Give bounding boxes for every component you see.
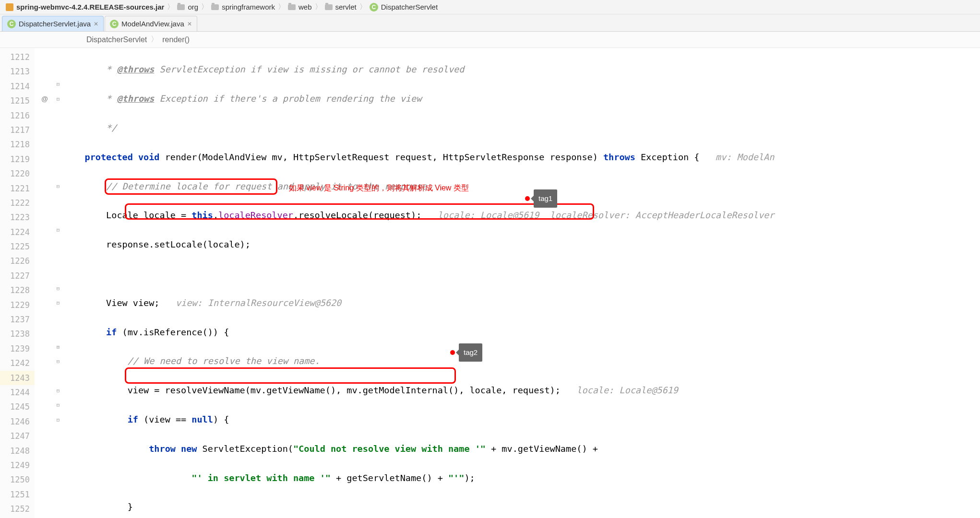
line-number[interactable]: 1237 <box>0 312 35 327</box>
line-number[interactable]: 1219 <box>0 152 35 166</box>
line-number[interactable]: 1215 <box>0 94 35 108</box>
breadcrumb-item-class[interactable]: C DispatcherServlet <box>368 3 440 12</box>
code-line: // We need to resolve the view name. <box>63 354 980 368</box>
fold-icon[interactable]: ⊞ <box>55 340 61 354</box>
code-line: } <box>63 500 980 514</box>
fold-icon[interactable]: ⊟ <box>55 354 61 368</box>
fold-icon[interactable]: ⊟ <box>55 223 61 237</box>
line-number[interactable]: 1221 <box>0 181 35 196</box>
line-number[interactable]: 1212 <box>0 50 35 64</box>
chevron-right-icon: 〉 <box>151 35 158 45</box>
tag-badge: tag2 <box>450 343 482 362</box>
folder-icon <box>288 4 296 10</box>
breadcrumb-item-springframework[interactable]: springframework <box>209 3 277 11</box>
line-number[interactable]: 1249 <box>0 458 35 472</box>
class-icon: C <box>370 3 378 12</box>
code-line: throw new ServletException("Could not re… <box>63 442 980 456</box>
line-number[interactable]: 1213 <box>0 64 35 79</box>
debug-hint: view: InternalResourceView@5620 <box>160 298 342 308</box>
breadcrumb-bar: spring-webmvc-4.2.4.RELEASE-sources.jar … <box>0 0 980 14</box>
chevron-right-icon: 〉 <box>315 2 322 12</box>
context-class[interactable]: DispatcherServlet <box>86 35 147 44</box>
tag-dot-icon <box>450 350 455 355</box>
code-line: view = resolveViewName(mv.getViewName(),… <box>63 383 980 398</box>
folder-icon <box>211 4 219 10</box>
breadcrumb-item-jar[interactable]: spring-webmvc-4.2.4.RELEASE-sources.jar <box>4 3 166 11</box>
context-method[interactable]: render() <box>162 35 190 44</box>
code-line: response.setLocale(locale); <box>63 237 980 252</box>
line-number[interactable]: 1250 <box>0 472 35 487</box>
code-editor[interactable]: * @throws ServletException if view is mi… <box>63 48 980 518</box>
fold-icon[interactable]: ⊟ <box>55 398 61 412</box>
fold-icon[interactable]: ⊟ <box>55 296 61 310</box>
fold-icon[interactable]: ⊟ <box>55 92 61 106</box>
code-line: * @throws ServletException if view is mi… <box>63 62 980 77</box>
code-line: View view; view: InternalResourceView@56… <box>63 296 980 310</box>
line-number[interactable]: 1239 <box>0 341 35 356</box>
code-line: // Determine locale for request and appl… <box>63 179 980 194</box>
line-number[interactable]: 1243 <box>0 371 35 385</box>
line-number[interactable]: 1248 <box>0 444 35 458</box>
tag-badge: tag1 <box>525 189 557 208</box>
line-number[interactable]: 1242 <box>0 356 35 370</box>
tab-model-and-view[interactable]: C ModelAndView.java ✕ <box>105 16 197 31</box>
fold-icon[interactable]: ⊟ <box>55 412 61 427</box>
debug-hint: mv: ModelAn <box>699 152 774 162</box>
code-line: * @throws Exception if there's a problem… <box>63 92 980 106</box>
code-line <box>63 267 980 281</box>
folder-icon <box>177 4 185 10</box>
folder-icon <box>325 4 333 10</box>
chevron-right-icon: 〉 <box>201 2 208 12</box>
code-line: Locale locale = this.localeResolver.reso… <box>63 208 980 223</box>
fold-icon[interactable]: ⊟ <box>55 281 61 295</box>
breadcrumb-item-web[interactable]: web <box>286 3 314 11</box>
line-number[interactable]: 1218 <box>0 137 35 152</box>
line-number[interactable]: 1229 <box>0 298 35 312</box>
override-marker[interactable]: @ <box>35 92 55 106</box>
code-line: if (view == null) { <box>63 412 980 427</box>
line-number[interactable]: 1225 <box>0 239 35 254</box>
line-number[interactable]: 1238 <box>0 327 35 341</box>
line-number[interactable]: 1227 <box>0 269 35 283</box>
line-number[interactable]: 1247 <box>0 429 35 443</box>
tabs-bar: C DispatcherServlet.java ✕ C ModelAndVie… <box>0 14 980 32</box>
line-number[interactable]: 1214 <box>0 79 35 94</box>
line-number[interactable]: 1252 <box>0 502 35 516</box>
code-line: "' in servlet with name '" + getServletN… <box>63 471 980 485</box>
debug-hint: locale: Locale@5619 localeResolver: Acce… <box>421 210 774 220</box>
line-number[interactable]: 1216 <box>0 108 35 123</box>
chevron-right-icon: 〉 <box>278 2 285 12</box>
line-number[interactable]: 1246 <box>0 414 35 429</box>
line-number[interactable]: 1244 <box>0 385 35 400</box>
highlight-box <box>125 367 456 384</box>
breadcrumb-item-servlet[interactable]: servlet <box>323 3 359 11</box>
breadcrumb-item-org[interactable]: org <box>175 3 200 11</box>
fold-icon[interactable]: ⊟ <box>55 77 61 92</box>
code-area: 1212121312141215121612171218121912201221… <box>0 48 980 518</box>
line-number[interactable]: 1220 <box>0 166 35 181</box>
line-gutter: 1212121312141215121612171218121912201221… <box>0 48 35 518</box>
ide-window: spring-webmvc-4.2.4.RELEASE-sources.jar … <box>0 0 980 518</box>
code-line: */ <box>63 121 980 135</box>
code-line: if (mv.isReference()) { <box>63 325 980 340</box>
class-icon: C <box>110 20 119 28</box>
line-number[interactable]: 1222 <box>0 196 35 210</box>
line-number[interactable]: 1223 <box>0 210 35 224</box>
fold-icon[interactable]: ⊟ <box>55 179 61 194</box>
tab-dispatcher-servlet[interactable]: C DispatcherServlet.java ✕ <box>2 16 104 31</box>
class-icon: C <box>7 20 16 28</box>
fold-icon[interactable]: ⊟ <box>55 383 61 398</box>
line-number[interactable]: 1224 <box>0 225 35 239</box>
jar-icon <box>6 3 13 11</box>
close-icon[interactable]: ✕ <box>187 21 192 27</box>
line-number[interactable]: 1228 <box>0 283 35 297</box>
context-bar: DispatcherServlet 〉 render() <box>0 32 980 48</box>
chevron-right-icon: 〉 <box>167 2 174 12</box>
line-number[interactable]: 1217 <box>0 123 35 137</box>
tag-dot-icon <box>525 196 530 201</box>
line-number[interactable]: 1245 <box>0 400 35 414</box>
code-line: protected void render(ModelAndView mv, H… <box>63 150 980 165</box>
line-number[interactable]: 1251 <box>0 487 35 502</box>
close-icon[interactable]: ✕ <box>94 21 98 27</box>
line-number[interactable]: 1226 <box>0 254 35 268</box>
